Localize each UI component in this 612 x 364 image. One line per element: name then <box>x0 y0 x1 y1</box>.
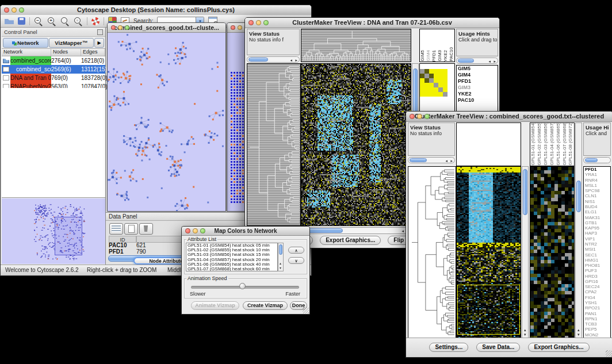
minimize-button[interactable] <box>256 20 261 25</box>
gene-label[interactable]: SEC24 <box>584 284 610 289</box>
gene-label[interactable]: PAN1 <box>584 311 610 316</box>
zoom-in-icon[interactable] <box>47 17 56 26</box>
main-titlebar[interactable]: Cytoscape Desktop (Session Name: collins… <box>1 5 311 16</box>
close-button[interactable] <box>4 7 9 13</box>
gene-list-scrollbar[interactable]: ▴ ▾ <box>575 122 582 338</box>
scroll-right-icon[interactable]: ▸ <box>450 159 453 163</box>
row-dendrogram-canvas[interactable] <box>408 167 456 338</box>
heatmap-hscrollbar[interactable]: ◂ ▸ <box>301 227 411 234</box>
gene-label[interactable]: MSL1 <box>584 183 610 188</box>
column-dendrogram-panel[interactable] <box>301 29 411 62</box>
tab-network[interactable]: Network <box>3 38 48 48</box>
gene-label[interactable]: SPC98 <box>584 188 610 193</box>
view-status-scrollbar[interactable]: ◂ ▸ <box>408 157 455 163</box>
close-button[interactable] <box>410 114 415 119</box>
usage-hints-scrollbar[interactable] <box>583 157 611 163</box>
zoom-selected-icon[interactable] <box>74 17 83 26</box>
birdseye-overview-panel[interactable] <box>2 198 105 264</box>
gene-label[interactable]: GIM4 <box>457 72 498 78</box>
gene-label[interactable]: GPI16 <box>584 279 610 284</box>
tv2-titlebar[interactable]: ClusterMaker TreeView : combined_scores_… <box>406 112 612 122</box>
heatmap-canvas[interactable] <box>301 64 411 225</box>
row-dendrogram-panel[interactable] <box>247 63 301 226</box>
gene-label[interactable]: KAP95 <box>584 225 610 231</box>
gene-label[interactable]: MON2 <box>584 332 610 338</box>
heatmap-canvas[interactable] <box>457 167 521 338</box>
usage-hints-scrollbar[interactable]: ◂ ▸ <box>456 58 498 64</box>
zoom-button[interactable] <box>200 228 205 233</box>
gene-label[interactable]: PEP5 <box>584 327 610 332</box>
move-up-button[interactable]: ∧ <box>288 247 304 254</box>
gene-label[interactable]: PFD1 <box>457 78 498 85</box>
minimize-button[interactable] <box>12 7 17 13</box>
gene-label[interactable]: PFD1 <box>584 167 610 172</box>
gene-label[interactable]: YKE2 <box>457 91 498 97</box>
network-column-header[interactable]: Network <box>2 49 51 56</box>
gene-label[interactable]: MSI1 <box>584 247 610 252</box>
gene-label[interactable]: HAP3 <box>584 231 610 236</box>
column-dendrogram-canvas[interactable] <box>301 29 411 62</box>
edges-column-header[interactable]: Edges <box>81 49 105 56</box>
scroll-right-icon[interactable]: ▸ <box>494 59 496 63</box>
zoom-button[interactable] <box>263 20 269 25</box>
gene-label[interactable]: PHO81 <box>584 263 610 268</box>
submatrix-panel[interactable] <box>530 166 575 338</box>
row-dendrogram-canvas[interactable] <box>247 64 300 225</box>
scroll-up-icon[interactable]: ▴ <box>280 262 281 266</box>
delete-attribute-icon[interactable] <box>139 223 153 235</box>
gene-label[interactable]: YRA1 <box>584 172 610 177</box>
slider-thumb[interactable] <box>239 283 246 289</box>
gene-label[interactable]: SEC1 <box>584 252 610 258</box>
gene-label[interactable]: VIP1 <box>584 236 610 242</box>
zoom-out-icon[interactable] <box>34 17 43 26</box>
attribute-table-icon[interactable] <box>109 223 123 235</box>
scroll-up-icon[interactable]: ▴ <box>577 328 580 332</box>
zoom-fit-icon[interactable] <box>60 17 70 26</box>
close-button[interactable] <box>185 228 190 233</box>
network-frame-titlebar[interactable]: combined_scores_good.txt--cluste... <box>108 23 225 33</box>
tv1-titlebar[interactable]: ClusterMaker TreeView : DNA and Tran 07-… <box>245 18 499 28</box>
scroll-left-icon[interactable]: ◂ <box>401 229 404 233</box>
gene-label[interactable]: PUF3 <box>584 268 610 273</box>
export-graphics-button[interactable]: Export Graphics... <box>320 236 381 245</box>
scroll-up-icon[interactable]: ▴ <box>524 328 526 332</box>
gene-label[interactable]: GIM5 <box>457 66 498 72</box>
minimize-button[interactable] <box>118 25 123 30</box>
gene-label[interactable]: YSH1 <box>584 300 610 305</box>
attribute-list-scrollbar[interactable]: ▴ ▾ <box>278 243 284 271</box>
animate-vizmap-button[interactable]: Animate Vizmap <box>191 301 239 310</box>
gene-label[interactable]: BUD4 <box>584 204 610 209</box>
network-view-frame[interactable]: combined_scores_good.txt--cluste... <box>107 22 226 212</box>
gene-label[interactable]: TCB3 <box>584 321 610 327</box>
gene-label[interactable]: RPN1 <box>584 316 610 321</box>
heatmap-panel[interactable] <box>456 166 521 338</box>
nodes-column-header[interactable]: Nodes <box>51 49 81 56</box>
gene-label[interactable]: GIM3 <box>457 85 498 91</box>
scroll-down-icon[interactable]: ▾ <box>280 266 281 270</box>
resize-grip[interactable] <box>303 307 309 313</box>
save-session-icon[interactable] <box>18 17 25 25</box>
gene-label[interactable]: NIS1 <box>584 199 610 204</box>
row-dendrogram-panel[interactable] <box>408 166 456 338</box>
close-button[interactable] <box>248 20 254 25</box>
gene-label[interactable]: MAK31 <box>584 215 610 220</box>
view-status-scrollbar[interactable]: ◂ ▸ <box>247 56 300 63</box>
gene-label[interactable]: CLN1 <box>584 193 610 198</box>
create-vizmap-button[interactable]: Create Vizmap <box>243 301 288 310</box>
scroll-down-icon[interactable]: ▾ <box>524 332 526 336</box>
gene-label[interactable]: HRD3 <box>584 274 610 279</box>
move-down-button[interactable]: ∨ <box>288 257 304 264</box>
gene-label[interactable]: PAC10 <box>457 97 498 104</box>
save-data-button[interactable]: Save Data... <box>476 343 520 352</box>
zoom-button[interactable] <box>424 114 430 119</box>
minimize-button[interactable] <box>238 25 242 30</box>
gene-label[interactable]: GTB1 <box>584 220 610 225</box>
close-button[interactable] <box>231 25 235 30</box>
open-file-icon[interactable] <box>5 18 14 24</box>
new-attribute-icon[interactable] <box>124 223 138 235</box>
export-graphics-button[interactable]: Export Graphics... <box>528 343 589 352</box>
minimize-button[interactable] <box>417 114 422 119</box>
column-dendrogram-panel[interactable] <box>456 122 521 166</box>
dialog-titlebar[interactable]: Map Colors to Network <box>182 227 309 236</box>
zoom-button[interactable] <box>125 25 129 30</box>
